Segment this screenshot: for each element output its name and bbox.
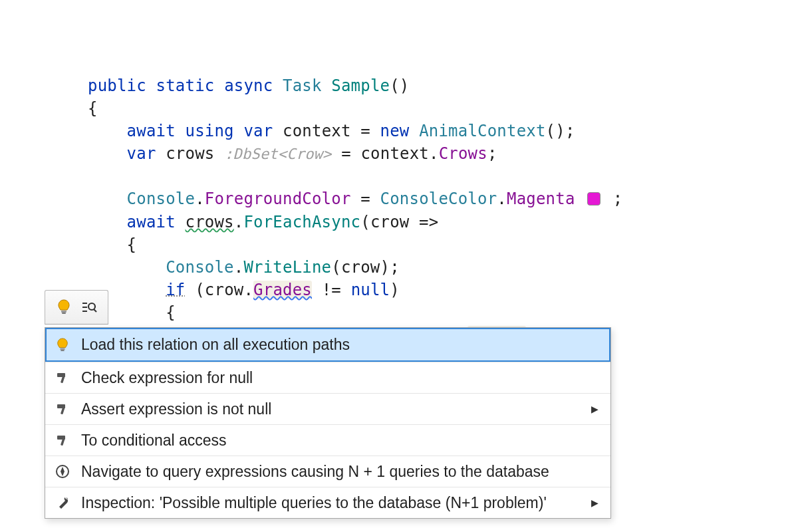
type-hint: :DbSet<Crow>: [224, 146, 331, 162]
inspect-icon: [80, 301, 98, 314]
code-line-1: public static async Task Sample(): [88, 76, 410, 95]
menu-item-assert-not-null[interactable]: Assert expression is not null ▶: [45, 393, 610, 424]
menu-item-label: Inspection: 'Possible multiple queries t…: [81, 494, 547, 512]
hammer-icon: [53, 434, 72, 447]
lightbulb-icon: [55, 299, 73, 315]
quick-fix-gutter[interactable]: [45, 290, 108, 325]
chevron-right-icon: ▶: [591, 404, 598, 414]
code-line-9: if (crow.Grades != null): [88, 281, 400, 299]
svg-rect-7: [60, 348, 65, 350]
code-line-5: Console.ForegroundColor = ConsoleColor.M…: [88, 190, 623, 208]
menu-item-label: To conditional access: [81, 432, 227, 450]
svg-rect-1: [62, 313, 66, 314]
svg-line-6: [94, 309, 96, 312]
menu-item-inspection-nplus1[interactable]: Inspection: 'Possible multiple queries t…: [45, 487, 610, 518]
code-line-4: var crows :DbSet<Crow> = context.Crows;: [88, 144, 497, 163]
hammer-icon: [53, 371, 72, 384]
menu-item-check-null[interactable]: Check expression for null: [45, 362, 610, 393]
svg-rect-0: [61, 311, 66, 313]
code-line-7: {: [88, 235, 136, 254]
menu-item-load-relation[interactable]: Load this relation on all execution path…: [45, 328, 610, 362]
menu-item-label: Assert expression is not null: [81, 400, 271, 418]
menu-item-conditional-access[interactable]: To conditional access: [45, 424, 610, 456]
menu-item-navigate-nplus1[interactable]: Navigate to query expressions causing N …: [45, 456, 610, 487]
menu-item-label: Navigate to query expressions causing N …: [81, 463, 549, 481]
menu-item-label: Load this relation on all execution path…: [81, 336, 350, 354]
chevron-right-icon: ▶: [591, 497, 598, 508]
quick-fix-menu: Load this relation on all execution path…: [45, 327, 611, 519]
wrench-icon: [53, 495, 72, 510]
navigate-icon: [53, 464, 72, 479]
menu-item-label: Check expression for null: [81, 369, 253, 387]
hammer-icon: [53, 402, 72, 416]
code-line-3: await using var context = new AnimalCont…: [88, 122, 575, 140]
lightbulb-icon: [53, 338, 72, 352]
code-line-2: {: [88, 99, 98, 118]
code-line-8: Console.WriteLine(crow);: [88, 258, 400, 277]
color-swatch-magenta: [587, 192, 600, 205]
svg-rect-8: [61, 350, 64, 351]
code-line-6: await crows.ForEachAsync(crow =>: [88, 213, 438, 231]
code-editor[interactable]: public static async Task Sample() { awai…: [0, 0, 798, 346]
